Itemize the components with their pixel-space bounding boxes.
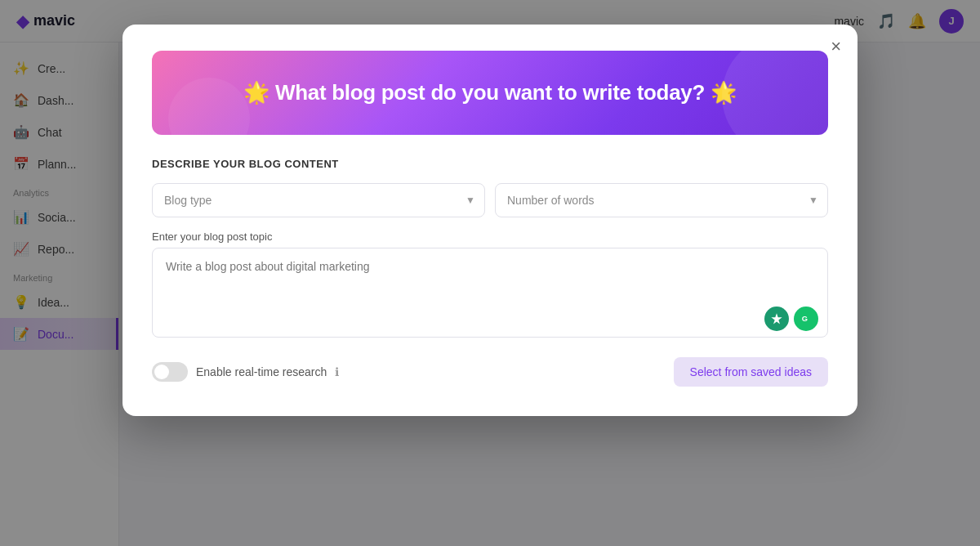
toggle-info-icon[interactable]: ℹ [335, 365, 339, 378]
form-section-title: DESCRIBE YOUR BLOG CONTENT [152, 158, 828, 170]
topic-label: Enter your blog post topic [152, 230, 828, 243]
textarea-wrapper: G [152, 248, 828, 341]
hero-banner: 🌟 What blog post do you want to write to… [152, 51, 828, 135]
toggle-label-text: Enable real-time research [196, 365, 327, 378]
word-count-select[interactable]: Number of words 500 words 1000 words 150… [495, 183, 828, 217]
blog-modal: × 🌟 What blog post do you want to write … [122, 25, 858, 416]
modal-overlay[interactable]: × 🌟 What blog post do you want to write … [0, 0, 980, 546]
form-row-dropdowns: Blog type How-to Guide Listicle Opinion … [152, 183, 828, 217]
blog-type-wrapper: Blog type How-to Guide Listicle Opinion … [152, 183, 485, 217]
modal-bottom-row: Enable real-time research ℹ Select from … [152, 357, 828, 387]
grammarly-icon: G [800, 312, 813, 325]
word-count-wrapper: Number of words 500 words 1000 words 150… [495, 183, 828, 217]
ai-assist-icon-btn[interactable] [764, 307, 789, 331]
blog-type-select[interactable]: Blog type How-to Guide Listicle Opinion … [152, 183, 485, 217]
blog-topic-input[interactable] [152, 248, 828, 338]
saved-ideas-button[interactable]: Select from saved ideas [674, 357, 828, 387]
diamond-icon [770, 312, 783, 325]
realtime-research-toggle[interactable] [152, 362, 188, 382]
textarea-icon-group: G [764, 307, 818, 331]
svg-text:G: G [802, 315, 808, 323]
toggle-group: Enable real-time research ℹ [152, 362, 339, 382]
hero-title: 🌟 What blog post do you want to write to… [185, 80, 795, 105]
modal-close-button[interactable]: × [831, 38, 841, 56]
grammarly-icon-btn[interactable]: G [794, 307, 818, 331]
